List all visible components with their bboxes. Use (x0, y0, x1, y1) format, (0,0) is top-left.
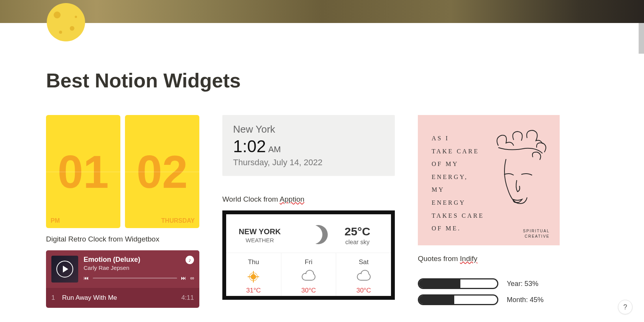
clock-city: New York (233, 123, 384, 135)
world-clock-widget[interactable]: New York 1:02AM Thursday, July 14, 2022 (222, 115, 395, 176)
year-progress-bar (418, 278, 498, 289)
quote-signature: SPIRITUAL CREATIVE (523, 228, 550, 239)
seek-bar[interactable] (93, 278, 177, 279)
flipclock-caption[interactable]: Digital Retro Clock from Widgetbox (46, 235, 199, 243)
album-art[interactable] (51, 256, 78, 283)
weather-location: NEW YORK (235, 227, 284, 236)
forecast-day: Fri 30°C (281, 253, 337, 296)
share-icon[interactable]: ∞ (190, 275, 194, 281)
flip-ampm: PM (51, 217, 60, 224)
flip-day: THURSDAY (161, 217, 195, 224)
month-progress-bar (418, 294, 498, 305)
cloud-icon (281, 270, 336, 284)
forecast-day: Sat 30°C (336, 253, 391, 296)
play-button[interactable] (56, 261, 73, 278)
moon-icon (284, 225, 333, 246)
face-illustration (475, 125, 552, 232)
track-row[interactable]: 1 Run Away With Me 4:11 (51, 291, 194, 305)
spotify-widget[interactable]: Emotion (Deluxe) Carly Rae Jepsen ⏮ ⏭ ∞ … (46, 250, 199, 308)
year-progress: Year: 53% (418, 278, 560, 289)
flip-hour: 01 (58, 145, 108, 198)
quote-caption[interactable]: Quotes from Indify (418, 255, 560, 263)
album-title: Emotion (Deluxe) (84, 256, 194, 264)
weather-temp: 25°C (333, 225, 382, 238)
scrollbar[interactable] (639, 23, 644, 54)
worldclock-caption[interactable]: World Clock from Apption (222, 195, 395, 204)
artist-name: Carly Rae Jepsen (84, 264, 194, 271)
flip-minute-card: 02 THURSDAY (125, 115, 199, 228)
quote-widget[interactable]: AS I TAKE CARE OF MY ENERGY, MY ENERGY T… (418, 115, 560, 245)
weather-desc: clear sky (333, 239, 382, 246)
forecast-day: Thu 31°C (226, 253, 281, 296)
clock-date: Thursday, July 14, 2022 (233, 158, 384, 168)
prev-track-icon[interactable]: ⏮ (84, 275, 89, 281)
page-icon[interactable] (47, 3, 85, 41)
sun-icon (226, 270, 281, 284)
spotify-logo-icon[interactable]: ♪ (186, 256, 194, 264)
flip-minute: 02 (136, 145, 187, 198)
weather-label: WEATHER (235, 237, 284, 243)
flip-hour-card: 01 PM (46, 115, 120, 228)
weather-widget[interactable]: NEW YORK WEATHER 25°C clear sky Thu 31°C (222, 210, 395, 300)
cloud-icon (336, 270, 391, 284)
month-progress: Month: 45% (418, 294, 560, 305)
cover-image (0, 0, 644, 23)
flip-clock-widget[interactable]: 01 PM 02 THURSDAY (46, 115, 199, 228)
clock-time: 1:02AM (233, 137, 384, 156)
next-track-icon[interactable]: ⏭ (181, 275, 186, 281)
page-title[interactable]: Best Notion Widgets (46, 69, 598, 92)
help-button[interactable]: ? (618, 300, 632, 314)
